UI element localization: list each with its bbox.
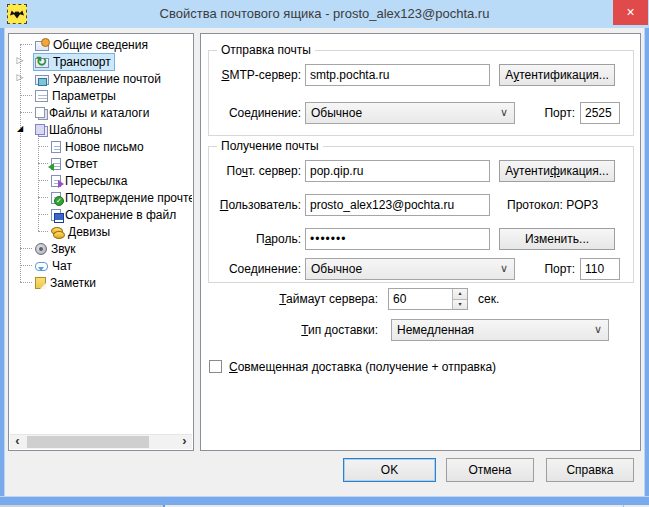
tree-item[interactable]: Чат — [9, 257, 192, 274]
content-panel: Отправка почты SMTP-сервер: Аутентификац… — [200, 33, 641, 451]
connection-value-sending: Обычное — [311, 106, 362, 120]
close-button[interactable]: × — [613, 0, 648, 25]
tree-item-label: Параметры — [52, 89, 116, 103]
connection-label-receiving: Соединение: — [209, 262, 301, 276]
combined-delivery-label[interactable]: Совмещенная доставка (получение + отправ… — [229, 360, 496, 374]
tree-item[interactable]: Подтверждение прочтения — [9, 189, 192, 206]
tree-item[interactable]: ◢Шаблоны — [9, 121, 192, 138]
spinner-up-button[interactable]: ▴ — [452, 289, 467, 299]
delivery-type-value: Немедленная — [397, 323, 474, 337]
tree-item-label: Девизы — [68, 225, 110, 239]
change-password-button[interactable]: Изменить... — [499, 228, 615, 250]
chevron-down-icon: ∨ — [500, 106, 508, 119]
sending-group: Отправка почты SMTP-сервер: Аутентификац… — [208, 50, 634, 136]
password-field[interactable] — [305, 228, 490, 250]
tree-item-label: Общие сведения — [53, 38, 148, 52]
tree-item-content: Управление почтой — [33, 70, 165, 88]
port-label-receiving: Порт: — [509, 262, 575, 276]
tree-item-content: Транспорт — [33, 53, 115, 71]
expander-collapsed-icon[interactable]: ▷ — [14, 72, 26, 82]
tree-item-label: Сохранение в файл — [65, 208, 176, 222]
window-frame-bottom — [0, 496, 649, 505]
connection-value-receiving: Обычное — [311, 262, 362, 276]
auth-button-receiving[interactable]: Аутентификация... — [499, 160, 615, 182]
notes-icon — [35, 277, 46, 289]
receiving-group-title: Получение почты — [217, 139, 323, 153]
tree-item-label: Звук — [51, 242, 76, 256]
tree-item[interactable]: Заметки — [9, 274, 192, 291]
help-button[interactable]: Справка — [546, 458, 634, 482]
templates-icon — [35, 124, 45, 135]
username-field[interactable] — [305, 194, 490, 216]
tree-item-label: Ответ — [65, 157, 98, 171]
username-label: Пользователь: — [209, 198, 301, 212]
tree-h-scrollbar[interactable]: ‹ › — [10, 434, 192, 449]
tree-item[interactable]: Звук — [9, 240, 192, 257]
protocol-value: POP3 — [566, 198, 598, 212]
chevron-down-icon: ∨ — [594, 323, 602, 336]
tree-item[interactable]: Пересылка — [9, 172, 192, 189]
bat-glyph — [10, 9, 24, 19]
tree-item-label: Заметки — [50, 276, 96, 290]
scroll-right-button[interactable]: › — [177, 435, 192, 449]
tree-item[interactable]: Общие сведения — [9, 36, 192, 53]
tree-item[interactable]: Файлы и каталоги — [9, 104, 192, 121]
connection-select-receiving[interactable]: Обычное ∨ — [305, 258, 515, 280]
tree-item-content: Заметки — [33, 274, 100, 292]
chat-icon — [35, 262, 48, 271]
mail-server-label: Почт. сервер: — [209, 164, 301, 178]
scroll-thumb[interactable] — [27, 436, 149, 448]
tree-item[interactable]: Параметры — [9, 87, 192, 104]
sound-icon — [35, 243, 47, 255]
page-icon — [51, 141, 61, 153]
cancel-button[interactable]: Отмена — [446, 458, 534, 482]
tree-item-content: Ответ — [49, 155, 102, 173]
chevron-down-icon: ∨ — [500, 262, 508, 275]
scroll-left-button[interactable]: ‹ — [10, 435, 25, 449]
port-field-receiving[interactable] — [580, 258, 620, 280]
ok-button[interactable]: OK — [343, 458, 436, 482]
tree-item[interactable]: ▷Транспорт — [9, 53, 192, 70]
smtp-server-field[interactable] — [305, 64, 490, 86]
mail-manage-icon — [35, 75, 49, 85]
user-card-icon — [35, 41, 49, 51]
spinner-down-button[interactable]: ▾ — [452, 299, 467, 310]
port-field-sending[interactable] — [580, 102, 620, 124]
options-icon — [35, 90, 48, 102]
tree-item[interactable]: Новое письмо — [9, 138, 192, 155]
mail-server-field[interactable] — [305, 160, 490, 182]
tree-items: Общие сведения▷Транспорт▷Управление почт… — [9, 36, 192, 435]
connection-label-sending: Соединение: — [209, 106, 301, 120]
tree-item-content: Чат — [33, 257, 76, 275]
expander-expanded-icon[interactable]: ◢ — [14, 124, 26, 133]
coins-icon — [51, 226, 64, 238]
auth-button-sending[interactable]: Аутентификация... — [499, 64, 615, 86]
tree-item-content: Шаблоны — [33, 121, 106, 139]
tree-item-label: Чат — [52, 259, 72, 273]
tree-item-content: Подтверждение прочтения — [49, 189, 192, 207]
connection-select-sending[interactable]: Обычное ∨ — [305, 102, 515, 124]
close-icon: × — [626, 4, 634, 20]
delivery-type-select[interactable]: Немедленная ∨ — [391, 319, 609, 341]
tree-item-content: Общие сведения — [33, 36, 152, 54]
password-label: Пароль: — [209, 232, 301, 246]
page-confirm-icon — [51, 192, 61, 204]
delivery-type-label: Тип доставки: — [201, 323, 378, 337]
tree-item[interactable]: Ответ — [9, 155, 192, 172]
bat-app-icon — [7, 4, 27, 24]
receiving-group: Получение почты Почт. сервер: Аутентифик… — [208, 146, 634, 283]
tree-item[interactable]: Сохранение в файл — [9, 206, 192, 223]
timeout-spin-buttons: ▴ ▾ — [452, 289, 467, 309]
settings-tree-panel: Общие сведения▷Транспорт▷Управление почт… — [8, 33, 194, 451]
tree-item[interactable]: Девизы — [9, 223, 192, 240]
window-title: Свойства почтового ящика - prosto_alex12… — [0, 0, 649, 28]
window-frame-right — [644, 28, 649, 505]
expander-collapsed-icon[interactable]: ▷ — [14, 55, 26, 65]
tree-item-label: Пересылка — [65, 174, 127, 188]
timeout-unit-label: сек. — [478, 292, 499, 306]
window-titlebar[interactable]: Свойства почтового ящика - prosto_alex12… — [0, 0, 649, 28]
tree-item-content: Файлы и каталоги — [33, 104, 153, 122]
smtp-server-label: SMTP-сервер: — [209, 68, 301, 82]
combined-delivery-checkbox[interactable] — [209, 360, 222, 373]
tree-item[interactable]: ▷Управление почтой — [9, 70, 192, 87]
